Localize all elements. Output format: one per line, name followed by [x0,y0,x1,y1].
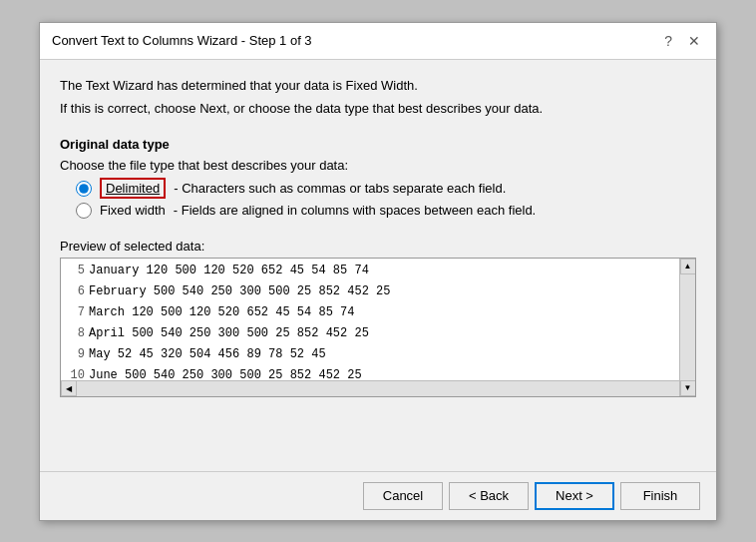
table-row: 10June 500 540 250 300 500 25 852 452 25 [61,365,695,379]
scroll-up-arrow[interactable]: ▲ [680,259,696,274]
row-number: 5 [65,262,85,280]
footer: Cancel < Back Next > Finish [40,471,716,520]
fixed-width-desc: - Fields are aligned in columns with spa… [174,203,536,218]
table-row: 7March 120 500 120 520 652 45 54 85 74 [61,302,695,323]
scroll-down-arrow[interactable]: ▼ [680,380,696,396]
delimited-label[interactable]: Delimited [100,181,166,196]
title-bar-controls: ? ✕ [660,31,704,51]
table-row: 8April 500 540 250 300 500 25 852 452 25 [61,323,695,344]
scroll-left-arrow[interactable]: ◀ [61,380,77,396]
main-dialog: Convert Text to Columns Wizard - Step 1 … [39,22,717,521]
radio-group: Delimited - Characters such as commas or… [76,181,696,219]
choose-file-type-label: Choose the file type that best describes… [60,158,696,173]
row-data: April 500 540 250 300 500 25 852 452 25 [89,324,369,343]
delimited-radio-row: Delimited - Characters such as commas or… [76,181,696,197]
preview-label: Preview of selected data: [60,239,696,254]
title-bar: Convert Text to Columns Wizard - Step 1 … [40,23,716,60]
table-row: 5January 120 500 120 520 652 45 54 85 74 [61,261,695,281]
back-button[interactable]: < Back [449,482,529,510]
row-data: May 52 45 320 504 456 89 78 52 45 [89,345,326,364]
table-row: 9May 52 45 320 504 456 89 78 52 45 [61,344,695,365]
row-data: March 120 500 120 520 652 45 54 85 74 [89,303,354,322]
row-number: 9 [65,345,85,364]
help-icon[interactable]: ? [660,31,676,51]
dialog-title: Convert Text to Columns Wizard - Step 1 … [52,33,312,48]
intro-line2: If this is correct, choose Next, or choo… [60,99,696,119]
fixed-width-radio-row: Fixed width - Fields are aligned in colu… [76,203,696,219]
section-original-data-type: Original data type [60,137,696,152]
delimited-radio[interactable] [76,181,92,197]
row-number: 6 [65,282,85,301]
close-icon[interactable]: ✕ [684,31,704,51]
row-number: 10 [65,366,85,379]
delimited-desc: - Characters such as commas or tabs sepa… [174,181,506,196]
table-row: 6February 500 540 250 300 500 25 852 452… [61,281,695,302]
preview-container: 5January 120 500 120 520 652 45 54 85 74… [60,258,696,397]
delimited-label-box[interactable]: Delimited [100,178,166,199]
row-number: 8 [65,324,85,343]
dialog-body: The Text Wizard has determined that your… [40,60,716,471]
row-number: 7 [65,303,85,322]
row-data: January 120 500 120 520 652 45 54 85 74 [89,262,369,280]
vertical-scrollbar[interactable]: ▲ ▼ [679,259,695,396]
preview-scroll-area[interactable]: 5January 120 500 120 520 652 45 54 85 74… [61,259,695,380]
scroll-thumb[interactable] [680,274,695,380]
finish-button[interactable]: Finish [620,482,700,510]
fixed-width-label[interactable]: Fixed width [100,203,166,218]
horizontal-scrollbar[interactable]: ◀ ▶ [61,380,695,396]
cancel-button[interactable]: Cancel [363,482,443,510]
fixed-width-radio[interactable] [76,203,92,219]
next-button[interactable]: Next > [535,482,614,510]
row-data: June 500 540 250 300 500 25 852 452 25 [89,366,362,379]
intro-line1: The Text Wizard has determined that your… [60,76,696,96]
preview-section: Preview of selected data: 5January 120 5… [60,239,696,397]
row-data: February 500 540 250 300 500 25 852 452 … [89,282,390,301]
